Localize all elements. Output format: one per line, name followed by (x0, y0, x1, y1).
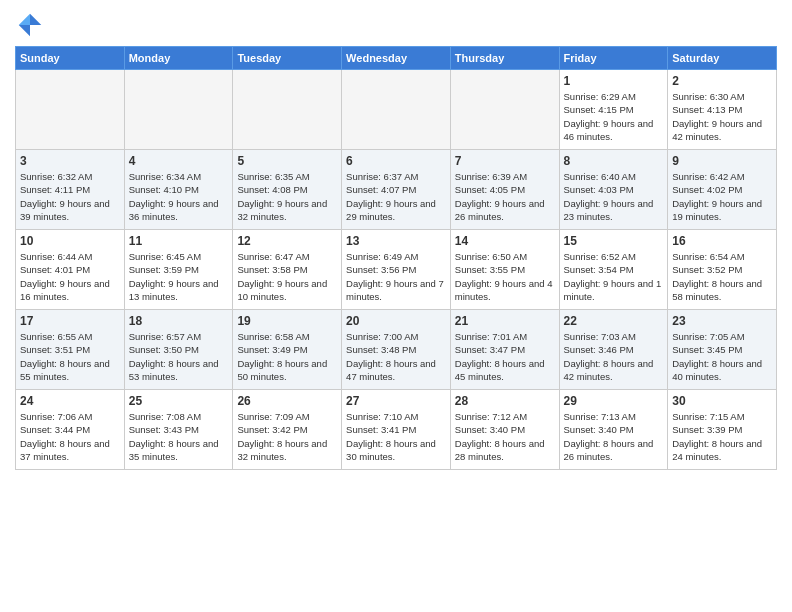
day-info: Sunrise: 7:12 AM Sunset: 3:40 PM Dayligh… (455, 410, 555, 463)
day-info: Sunrise: 6:44 AM Sunset: 4:01 PM Dayligh… (20, 250, 120, 303)
header (15, 10, 777, 40)
calendar-cell: 22Sunrise: 7:03 AM Sunset: 3:46 PM Dayli… (559, 310, 668, 390)
day-number: 5 (237, 154, 337, 168)
day-info: Sunrise: 7:13 AM Sunset: 3:40 PM Dayligh… (564, 410, 664, 463)
calendar-cell: 25Sunrise: 7:08 AM Sunset: 3:43 PM Dayli… (124, 390, 233, 470)
calendar-cell: 3Sunrise: 6:32 AM Sunset: 4:11 PM Daylig… (16, 150, 125, 230)
day-info: Sunrise: 6:49 AM Sunset: 3:56 PM Dayligh… (346, 250, 446, 303)
day-info: Sunrise: 6:54 AM Sunset: 3:52 PM Dayligh… (672, 250, 772, 303)
calendar-cell: 29Sunrise: 7:13 AM Sunset: 3:40 PM Dayli… (559, 390, 668, 470)
day-info: Sunrise: 6:45 AM Sunset: 3:59 PM Dayligh… (129, 250, 229, 303)
day-info: Sunrise: 6:40 AM Sunset: 4:03 PM Dayligh… (564, 170, 664, 223)
weekday-header-sunday: Sunday (16, 47, 125, 70)
calendar-cell: 20Sunrise: 7:00 AM Sunset: 3:48 PM Dayli… (342, 310, 451, 390)
calendar-cell: 9Sunrise: 6:42 AM Sunset: 4:02 PM Daylig… (668, 150, 777, 230)
week-row-1: 3Sunrise: 6:32 AM Sunset: 4:11 PM Daylig… (16, 150, 777, 230)
calendar-cell: 28Sunrise: 7:12 AM Sunset: 3:40 PM Dayli… (450, 390, 559, 470)
day-info: Sunrise: 7:06 AM Sunset: 3:44 PM Dayligh… (20, 410, 120, 463)
day-number: 22 (564, 314, 664, 328)
week-row-2: 10Sunrise: 6:44 AM Sunset: 4:01 PM Dayli… (16, 230, 777, 310)
day-number: 24 (20, 394, 120, 408)
day-number: 25 (129, 394, 229, 408)
day-number: 1 (564, 74, 664, 88)
calendar-cell: 2Sunrise: 6:30 AM Sunset: 4:13 PM Daylig… (668, 70, 777, 150)
day-info: Sunrise: 6:37 AM Sunset: 4:07 PM Dayligh… (346, 170, 446, 223)
day-number: 28 (455, 394, 555, 408)
day-info: Sunrise: 6:55 AM Sunset: 3:51 PM Dayligh… (20, 330, 120, 383)
day-number: 11 (129, 234, 229, 248)
day-number: 7 (455, 154, 555, 168)
day-number: 29 (564, 394, 664, 408)
day-info: Sunrise: 7:01 AM Sunset: 3:47 PM Dayligh… (455, 330, 555, 383)
day-info: Sunrise: 6:57 AM Sunset: 3:50 PM Dayligh… (129, 330, 229, 383)
weekday-header-row: SundayMondayTuesdayWednesdayThursdayFrid… (16, 47, 777, 70)
calendar-cell: 21Sunrise: 7:01 AM Sunset: 3:47 PM Dayli… (450, 310, 559, 390)
day-info: Sunrise: 6:35 AM Sunset: 4:08 PM Dayligh… (237, 170, 337, 223)
weekday-header-tuesday: Tuesday (233, 47, 342, 70)
calendar-cell: 6Sunrise: 6:37 AM Sunset: 4:07 PM Daylig… (342, 150, 451, 230)
day-info: Sunrise: 6:52 AM Sunset: 3:54 PM Dayligh… (564, 250, 664, 303)
calendar-cell: 10Sunrise: 6:44 AM Sunset: 4:01 PM Dayli… (16, 230, 125, 310)
day-number: 6 (346, 154, 446, 168)
weekday-header-friday: Friday (559, 47, 668, 70)
day-number: 23 (672, 314, 772, 328)
week-row-0: 1Sunrise: 6:29 AM Sunset: 4:15 PM Daylig… (16, 70, 777, 150)
day-number: 18 (129, 314, 229, 328)
day-number: 27 (346, 394, 446, 408)
calendar-cell: 12Sunrise: 6:47 AM Sunset: 3:58 PM Dayli… (233, 230, 342, 310)
calendar-table: SundayMondayTuesdayWednesdayThursdayFrid… (15, 46, 777, 470)
day-number: 15 (564, 234, 664, 248)
svg-marker-0 (30, 14, 41, 25)
week-row-3: 17Sunrise: 6:55 AM Sunset: 3:51 PM Dayli… (16, 310, 777, 390)
day-info: Sunrise: 6:30 AM Sunset: 4:13 PM Dayligh… (672, 90, 772, 143)
day-number: 2 (672, 74, 772, 88)
day-info: Sunrise: 6:42 AM Sunset: 4:02 PM Dayligh… (672, 170, 772, 223)
day-number: 9 (672, 154, 772, 168)
day-info: Sunrise: 7:08 AM Sunset: 3:43 PM Dayligh… (129, 410, 229, 463)
day-number: 3 (20, 154, 120, 168)
day-info: Sunrise: 6:34 AM Sunset: 4:10 PM Dayligh… (129, 170, 229, 223)
calendar-cell: 4Sunrise: 6:34 AM Sunset: 4:10 PM Daylig… (124, 150, 233, 230)
svg-marker-1 (19, 14, 30, 25)
calendar-cell: 17Sunrise: 6:55 AM Sunset: 3:51 PM Dayli… (16, 310, 125, 390)
day-number: 13 (346, 234, 446, 248)
calendar-cell: 11Sunrise: 6:45 AM Sunset: 3:59 PM Dayli… (124, 230, 233, 310)
day-info: Sunrise: 7:15 AM Sunset: 3:39 PM Dayligh… (672, 410, 772, 463)
calendar-cell: 18Sunrise: 6:57 AM Sunset: 3:50 PM Dayli… (124, 310, 233, 390)
calendar-cell: 16Sunrise: 6:54 AM Sunset: 3:52 PM Dayli… (668, 230, 777, 310)
day-info: Sunrise: 7:03 AM Sunset: 3:46 PM Dayligh… (564, 330, 664, 383)
calendar-cell: 14Sunrise: 6:50 AM Sunset: 3:55 PM Dayli… (450, 230, 559, 310)
day-number: 30 (672, 394, 772, 408)
calendar-cell (450, 70, 559, 150)
day-number: 14 (455, 234, 555, 248)
day-info: Sunrise: 6:58 AM Sunset: 3:49 PM Dayligh… (237, 330, 337, 383)
weekday-header-thursday: Thursday (450, 47, 559, 70)
calendar-cell: 1Sunrise: 6:29 AM Sunset: 4:15 PM Daylig… (559, 70, 668, 150)
day-number: 19 (237, 314, 337, 328)
day-info: Sunrise: 7:10 AM Sunset: 3:41 PM Dayligh… (346, 410, 446, 463)
calendar-cell: 5Sunrise: 6:35 AM Sunset: 4:08 PM Daylig… (233, 150, 342, 230)
calendar-cell (233, 70, 342, 150)
day-info: Sunrise: 7:05 AM Sunset: 3:45 PM Dayligh… (672, 330, 772, 383)
day-number: 16 (672, 234, 772, 248)
day-info: Sunrise: 6:29 AM Sunset: 4:15 PM Dayligh… (564, 90, 664, 143)
day-info: Sunrise: 6:39 AM Sunset: 4:05 PM Dayligh… (455, 170, 555, 223)
weekday-header-monday: Monday (124, 47, 233, 70)
calendar-cell: 13Sunrise: 6:49 AM Sunset: 3:56 PM Dayli… (342, 230, 451, 310)
day-number: 4 (129, 154, 229, 168)
calendar-cell: 27Sunrise: 7:10 AM Sunset: 3:41 PM Dayli… (342, 390, 451, 470)
calendar-cell: 30Sunrise: 7:15 AM Sunset: 3:39 PM Dayli… (668, 390, 777, 470)
calendar-cell (342, 70, 451, 150)
calendar-cell (124, 70, 233, 150)
calendar-cell: 23Sunrise: 7:05 AM Sunset: 3:45 PM Dayli… (668, 310, 777, 390)
day-number: 12 (237, 234, 337, 248)
calendar-cell (16, 70, 125, 150)
week-row-4: 24Sunrise: 7:06 AM Sunset: 3:44 PM Dayli… (16, 390, 777, 470)
weekday-header-wednesday: Wednesday (342, 47, 451, 70)
calendar-cell: 24Sunrise: 7:06 AM Sunset: 3:44 PM Dayli… (16, 390, 125, 470)
calendar-cell: 26Sunrise: 7:09 AM Sunset: 3:42 PM Dayli… (233, 390, 342, 470)
weekday-header-saturday: Saturday (668, 47, 777, 70)
logo (15, 10, 49, 40)
day-number: 21 (455, 314, 555, 328)
page: SundayMondayTuesdayWednesdayThursdayFrid… (0, 0, 792, 480)
